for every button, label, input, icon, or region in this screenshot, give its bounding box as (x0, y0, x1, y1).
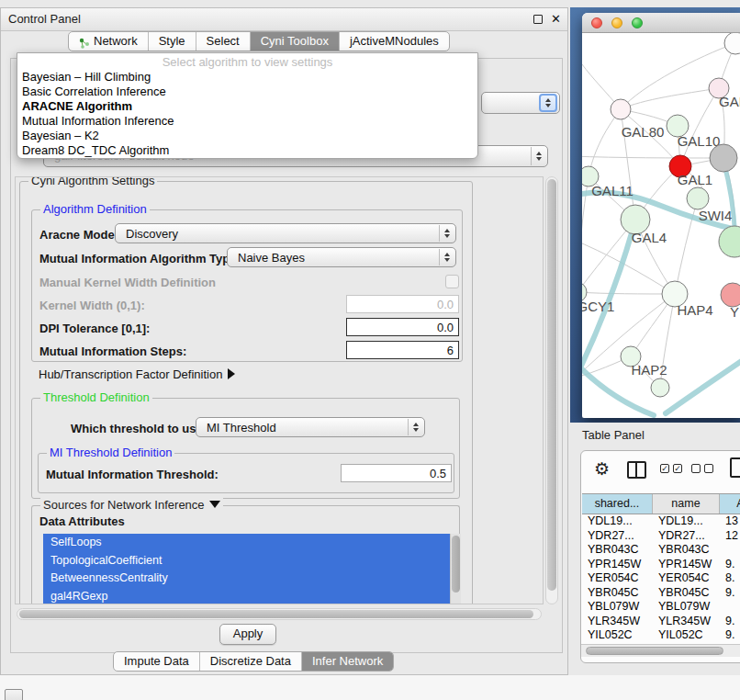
algorithm-option[interactable]: Bayesian – K2 (17, 129, 477, 143)
float-window-icon[interactable] (533, 15, 543, 24)
table-cell: YDR27... (582, 529, 653, 544)
manual-kernel-width-label: Manual Kernel Width Definition (39, 276, 216, 289)
network-node[interactable] (724, 33, 740, 54)
table-row[interactable]: YBR043CYBR043C (582, 543, 740, 558)
network-node-label: GCY1 (582, 299, 614, 314)
table-cell: YER054C (653, 571, 720, 586)
tab-network[interactable]: Network (69, 32, 148, 51)
aracne-mode-value: Discovery (126, 224, 178, 244)
hub-definition-disclosure[interactable]: Hub/Transcription Factor Definition (39, 367, 235, 381)
network-node[interactable] (719, 226, 740, 257)
sources-title[interactable]: Sources for Network Inference (40, 498, 223, 512)
manual-kernel-width-checkbox[interactable] (445, 275, 459, 288)
select-all-columns-icon[interactable]: ✓✓ (660, 464, 682, 473)
which-threshold-label: Which threshold to use: (71, 422, 207, 435)
table-cell: YBR045C (582, 586, 653, 601)
algorithm-option[interactable]: Basic Correlation Inference (17, 85, 477, 99)
settings-vertical-scrollbar[interactable] (545, 176, 558, 604)
table-row[interactable]: YDL19...YDL19...13 (582, 514, 740, 529)
table-cell: 9. (720, 628, 740, 643)
tab-impute-data[interactable]: Impute Data (114, 652, 199, 671)
scrollbar-thumb[interactable] (586, 647, 723, 655)
tab-cyni-toolbox[interactable]: Cyni Toolbox (250, 32, 339, 51)
tab-infer-network[interactable]: Infer Network (301, 652, 393, 671)
dpi-tolerance-field[interactable]: 0.0 (346, 318, 459, 336)
table-row[interactable]: YPR145WYPR145W9. (582, 558, 740, 572)
collapse-down-icon (209, 501, 220, 508)
settings-scroll-viewport: Cyni Algorithm Settings Algorithm Defini… (15, 176, 544, 604)
attribute-list-scrollbar[interactable] (450, 534, 461, 604)
dpi-tolerance-label: DPI Tolerance [0,1]: (39, 322, 150, 335)
zoom-traffic-light-icon[interactable] (632, 17, 643, 28)
kernel-width-field[interactable]: 0.0 (346, 295, 459, 313)
network-node-label: HAP2 (631, 362, 667, 378)
scrollbar-thumb[interactable] (452, 536, 460, 593)
network-window-titlebar[interactable] (582, 13, 740, 33)
column-header[interactable]: name (653, 494, 720, 514)
split-columns-icon[interactable] (627, 461, 646, 479)
mi-algorithm-type-combobox[interactable]: Naive Bayes (227, 247, 456, 267)
attribute-list-item[interactable]: gal4RGexp (43, 588, 461, 605)
table-row[interactable]: YER054CYER054C8. (582, 571, 740, 586)
table-row[interactable]: YDR27...YDR27...12 (582, 529, 740, 544)
network-tab-icon (79, 36, 90, 47)
inference-algorithm-combobox[interactable] (481, 92, 560, 114)
aracne-mode-combobox[interactable]: Discovery (115, 223, 456, 243)
tab-discretize-data-label: Discretize Data (210, 652, 291, 671)
data-attributes-list[interactable]: SelfLoopsTopologicalCoefficientBetweenne… (43, 534, 461, 604)
minimized-panel-icon[interactable] (5, 689, 23, 700)
table-panel: Table Panel ⚙ ✓✓ shared...nameAYDL19...Y… (570, 423, 740, 700)
table-cell: YLR345W (582, 615, 653, 629)
column-header[interactable]: A (720, 494, 740, 514)
mi-steps-label: Mutual Information Steps: (39, 344, 186, 358)
export-table-icon[interactable] (730, 457, 740, 478)
tab-discretize-data[interactable]: Discretize Data (199, 652, 301, 671)
network-node[interactable] (710, 144, 737, 172)
hub-definition-label: Hub/Transcription Factor Definition (39, 367, 222, 381)
table-row[interactable]: YIL052CYIL052C9. (582, 628, 740, 643)
mi-steps-field[interactable]: 6 (346, 341, 459, 359)
which-threshold-combobox[interactable]: MI Threshold (196, 417, 425, 437)
close-traffic-light-icon[interactable] (591, 17, 602, 28)
mi-threshold-definition-group: MI Threshold Definition Mutual Informati… (38, 453, 454, 493)
tab-jactivemnodules[interactable]: jActiveMNodules (339, 32, 449, 51)
application-root: Control Panel ✕ Network Style Se (0, 0, 740, 700)
tab-select[interactable]: Select (196, 32, 250, 51)
network-canvas[interactable]: GAL2GAL80GAL10GAL1SWI4GAL11GAL4GCY1HAP4Y… (582, 33, 740, 418)
scrollbar-thumb[interactable] (19, 610, 533, 618)
attribute-list-item[interactable]: TopologicalCoefficient (43, 552, 461, 570)
table-row[interactable]: YBR045CYBR045C9. (582, 586, 740, 601)
table-horizontal-scrollbar[interactable] (581, 644, 740, 657)
table-cell: 9. (720, 586, 740, 601)
table-row[interactable]: YBL079WYBL079W (582, 600, 740, 615)
network-view-window[interactable]: GAL2GAL80GAL10GAL1SWI4GAL11GAL4GCY1HAP4Y… (582, 13, 740, 418)
attribute-list-item[interactable]: SelfLoops (43, 534, 461, 552)
tab-select-label: Select (207, 32, 240, 51)
minimize-traffic-light-icon[interactable] (611, 17, 622, 28)
combobox-stepper-icon (408, 419, 423, 435)
scrollbar-thumb[interactable] (547, 179, 556, 591)
table-cell: 13 (720, 514, 740, 529)
mi-threshold-field[interactable]: 0.5 (341, 464, 452, 482)
gear-icon[interactable]: ⚙ (594, 458, 610, 480)
algorithm-option[interactable]: ARACNE Algorithm (17, 99, 477, 114)
column-header[interactable]: shared... (582, 494, 653, 514)
network-node[interactable] (687, 187, 709, 209)
apply-button[interactable]: Apply (219, 624, 276, 645)
network-node[interactable] (651, 378, 669, 397)
table-cell: YDL19... (653, 514, 720, 529)
deselect-all-columns-icon[interactable] (691, 464, 713, 473)
table-cell: 8. (720, 571, 740, 586)
tab-style[interactable]: Style (148, 32, 196, 51)
node-table[interactable]: shared...nameAYDL19...YDL19...13YDR27...… (582, 493, 740, 643)
attribute-list-item[interactable]: BetweennessCentrality (43, 570, 461, 588)
combobox-stepper-icon (531, 147, 546, 165)
settings-horizontal-scrollbar[interactable] (17, 608, 542, 620)
algorithm-option[interactable]: Dream8 DC_TDC Algorithm (17, 143, 477, 158)
close-panel-icon[interactable]: ✕ (551, 11, 561, 28)
table-row[interactable]: YLR345WYLR345W9. (582, 615, 740, 629)
network-node[interactable] (611, 99, 631, 119)
table-panel-title: Table Panel (582, 428, 645, 442)
algorithm-option[interactable]: Bayesian – Hill Climbing (17, 70, 477, 85)
algorithm-option[interactable]: Mutual Information Inference (17, 114, 477, 129)
